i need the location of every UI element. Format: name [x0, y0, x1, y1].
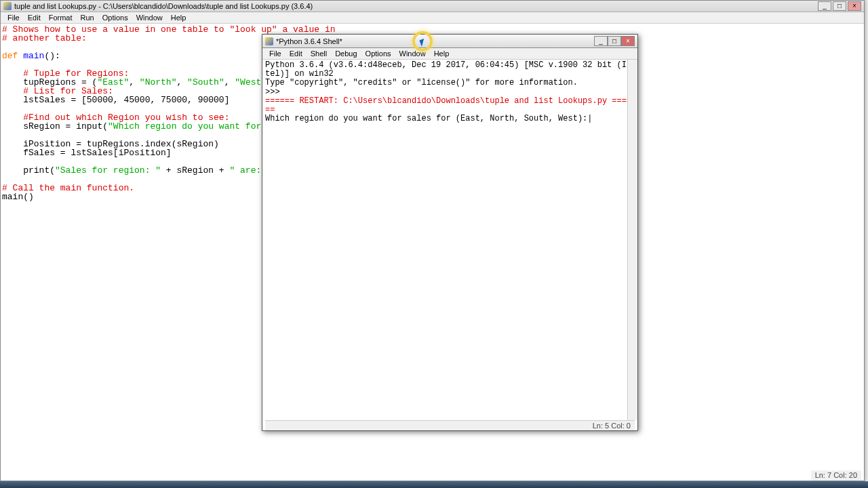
shell-menu-bar: File Edit Shell Debug Options Window Hel…	[262, 48, 637, 60]
shell-title-text: *Python 3.6.4 Shell*	[276, 37, 342, 45]
editor-title-bar[interactable]: tuple and list Lookups.py - C:\Users\blc…	[1, 1, 864, 12]
python-icon	[265, 37, 273, 45]
shell-scrollbar[interactable]	[627, 60, 637, 420]
menu-options[interactable]: Options	[98, 14, 132, 22]
menu-help[interactable]: Help	[167, 14, 191, 22]
menu-edit[interactable]: Edit	[24, 14, 45, 22]
shell-menu-file[interactable]: File	[265, 49, 285, 58]
shell-status-bar: Ln: 5 Col: 0	[265, 420, 635, 430]
shell-menu-help[interactable]: Help	[430, 49, 454, 58]
shell-menu-shell[interactable]: Shell	[307, 49, 331, 58]
shell-menu-options[interactable]: Options	[361, 49, 395, 58]
close-button[interactable]: ×	[848, 1, 861, 11]
shell-menu-edit[interactable]: Edit	[285, 49, 307, 58]
shell-maximize-button[interactable]: □	[608, 36, 621, 46]
python-icon	[3, 2, 12, 10]
windows-taskbar[interactable]	[0, 481, 868, 488]
python-shell-window: *Python 3.6.4 Shell* _ □ × File Edit She…	[262, 34, 638, 431]
shell-title-bar[interactable]: *Python 3.6.4 Shell* _ □ ×	[262, 35, 637, 48]
minimize-button[interactable]: _	[818, 1, 831, 11]
shell-close-button[interactable]: ×	[621, 36, 635, 46]
menu-file[interactable]: File	[3, 14, 24, 22]
menu-run[interactable]: Run	[77, 14, 98, 22]
editor-status-bar: Ln: 7 Col: 20	[811, 470, 861, 481]
menu-format[interactable]: Format	[45, 14, 77, 22]
maximize-button[interactable]: □	[833, 1, 846, 11]
editor-menu-bar: File Edit Format Run Options Window Help	[1, 12, 864, 24]
shell-menu-window[interactable]: Window	[395, 49, 430, 58]
menu-window[interactable]: Window	[132, 14, 167, 22]
editor-title-text: tuple and list Lookups.py - C:\Users\blc…	[14, 2, 818, 10]
shell-menu-debug[interactable]: Debug	[331, 49, 361, 58]
shell-output[interactable]: Python 3.6.4 (v3.6.4:d48eceb, Dec 19 201…	[262, 60, 637, 420]
shell-minimize-button[interactable]: _	[594, 36, 608, 46]
